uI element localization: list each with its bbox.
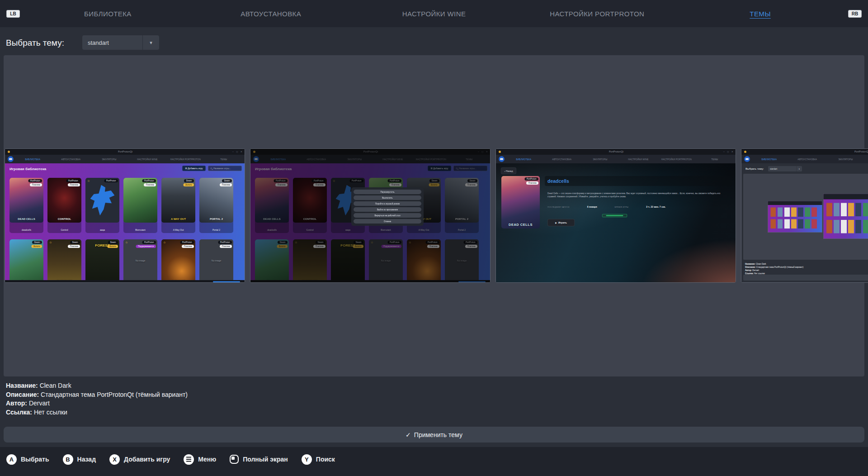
store-badge: PortProton [387,179,401,182]
store-badge: Steam [278,241,288,244]
search-icon [456,167,458,169]
rating-badge: Платина [313,183,326,186]
mini-add-game-button: ⊞ Добавить игру [182,166,206,171]
mini-navbar: БИБЛИОТЕКА АВТОУСТАНОВКА ЭМУЛЯТОРЫ НАСТР… [250,155,491,163]
mini-navbar: БИБЛИОТЕКА АВТОУСТАНОВКА ЭМУЛЯТОРЫ НАСТР… [496,155,736,163]
favorite-star-icon: ☆ [409,241,411,244]
gamepad-hint: Y Поиск [302,454,335,465]
mini-game-card: A WAY OUT Steam Золото A Way Out [161,178,195,233]
mini-titlebar: PortProtonQt ‒ ◻ ✕ [250,149,491,155]
rating-badge: Платина [68,183,80,186]
gamepad-logo-icon [744,156,750,162]
mini-game-card: CONTROL PortProton Платина Control [47,178,81,233]
main-tab[interactable]: БИБЛИОТЕКА [26,10,189,18]
store-badge: PortProton [142,179,156,182]
theme-select-value: standart [82,39,142,46]
main-tabs: БИБЛИОТЕКА АВТОУСТАНОВКА НАСТРОЙКИ WINE … [26,10,842,18]
mini-context-menu-item: Вернуться на рабочий стол [354,213,421,218]
mini-tab: ЭМУЛЯТОРЫ [826,158,865,161]
mini-tab: НАСТРОЙКИ WINE [128,158,167,161]
mini-tab: БИБЛИОТЕКА [14,158,52,161]
favorite-star-icon: ☆ [333,179,335,183]
store-badge: PortProton [180,241,194,244]
mini-search-input: Название игры... [453,166,487,171]
mini-tab: ЭМУЛЯТОРЫ [581,158,619,161]
gamepad-hint: X Добавить игру [109,454,170,465]
game-name: aaqa [85,229,119,232]
store-badge: Steam [32,241,42,244]
mini-game-detail-page: ‹ Назад DEAD CELLS PortProton Платина de… [496,163,736,283]
mini-tab: БИБЛИОТЕКА [259,158,297,161]
rating-badge: Платина [220,183,232,186]
mini-game-card: FOREST Steam Золото [331,239,365,283]
main-tab[interactable]: НАСТРОЙКИ WINE [353,10,516,18]
mini-tab: ЭМУЛЯТОРЫ [90,158,128,161]
game-name: Portal 2 [199,229,233,232]
mini-tab: БИБЛИОТЕКА [750,158,788,161]
mini-game-card: Terraria Steam Золото [9,239,43,283]
store-badge: PortProton [142,241,156,244]
mini-tab: НАСТРОЙКИ PORTPROTON [166,158,205,161]
mini-game-card: ☆ PortProton aaqa [85,178,119,233]
rating-badge: Платина [220,245,232,248]
theme-screenshot-game-page[interactable]: PortProtonQt ‒ ◻ ✕ БИБЛИОТЕКА АВТОУСТАНО… [495,148,736,283]
rating-badge: Поддерживается [136,245,156,248]
gamepad-hint: Меню [184,454,216,465]
rating-badge: Золото [353,245,363,248]
chevron-down-icon: ▾ [143,40,159,46]
theme-details: Название: Clean Dark Описание: Стандартн… [6,381,188,417]
favorite-star-icon: ☆ [87,179,90,183]
mini-add-game-button: ⊞ Добавить игру [428,166,451,171]
store-badge: PortProton [349,179,363,182]
mini-themes-page: Выбрать тему: standart ▾ [741,163,868,283]
mini-game-stats: ПОСЛЕДНИЙ ЗАПУСК 8 января ВРЕМЯ ИГРЫ 3 ч… [547,205,665,208]
theme-select-dropdown[interactable]: standart ▾ [82,35,159,50]
mini-back-button: ‹ Назад [501,167,516,174]
store-badge: Steam [467,179,477,182]
store-badge: Steam [222,179,232,182]
mini-window-title: PortProtonQt [5,150,245,153]
rating-badge: Платина [427,245,439,248]
theme-screenshot-themes-page[interactable]: PortProtonQt ‒ ◻ ✕ БИБЛИОТЕКА АВТОУСТАНО… [741,148,868,283]
gamepad-button-icon: X [109,454,120,465]
game-name: deadcells [9,229,43,232]
mini-game-card: DEAD CELLS PortProton Платина deadcells [9,178,43,233]
theme-select-label: Выбрать тему: [6,38,64,48]
mini-tab: АВТОУСТАНОВКА [297,158,336,161]
theme-screenshot-context-menu[interactable]: PortProtonQt ‒ ◻ ✕ БИБЛИОТЕКА АВТОУСТАНО… [250,148,491,283]
gamepad-hint: Полный экран [230,455,288,464]
theme-screenshot-library[interactable]: PortProtonQt ‒ ◻ ✕ БИБЛИОТЕКА АВТОУСТАНО… [5,148,245,283]
store-badge: PortProton [104,179,118,182]
store-badge: PortProton [387,241,401,244]
top-navbar: LB БИБЛИОТЕКА АВТОУСТАНОВКА НАСТРОЙКИ WI… [0,0,868,27]
main-tab[interactable]: НАСТРОЙКИ PORTPROTON [515,10,679,18]
main-tab[interactable]: ТЕМЫ [679,10,842,18]
rating-badge: Платина [465,245,477,248]
rating-badge: Платина [313,245,326,248]
rating-badge: Платина [30,183,42,186]
mini-tab: НАСТРОЙКИ WINE [374,158,412,161]
mini-tab: НАСТРОЙКИ WINE [865,158,868,161]
stat-value: 8 января [587,205,597,208]
gamepad-button-icon: Y [302,454,312,465]
mini-preview-panel [743,174,868,260]
mini-game-card: No image ☆ PortProton Поддерживается [123,239,157,283]
mini-game-card: No image PortProton Платина [445,239,479,283]
favorite-star-icon: ☆ [295,241,297,244]
mini-context-menu: Перезапустить Выключить Перейти в игрово… [351,187,424,226]
main-tab[interactable]: АВТОУСТАНОВКА [189,10,353,18]
game-cover: No image ☆ PortProton Поддерживается [123,239,157,283]
stat-label: ВРЕМЯ ИГРЫ [615,206,629,208]
mini-game-card: SURVIVOR ☆ PortProton Платина [161,239,195,283]
mini-game-card: CONTROL PortProton Платина Control [293,178,327,233]
apply-theme-button[interactable]: ✓ Применить тему [4,427,864,443]
mini-tab: БИБЛИОТЕКА [505,158,543,161]
store-badge: Steam [184,179,194,182]
game-cover: Terraria Steam Золото [9,239,43,283]
rating-badge: Поддерживается [382,245,401,248]
mini-game-card: No image ☆ PortProton Поддерживается [369,239,403,283]
game-cover: CONTROL PortProton Платина [47,178,81,223]
mini-titlebar: PortProtonQt ‒ ◻ ✕ [496,149,736,155]
mini-protondb-badge [602,214,627,217]
mini-titlebar: PortProtonQt ‒ ◻ ✕ [5,149,245,155]
